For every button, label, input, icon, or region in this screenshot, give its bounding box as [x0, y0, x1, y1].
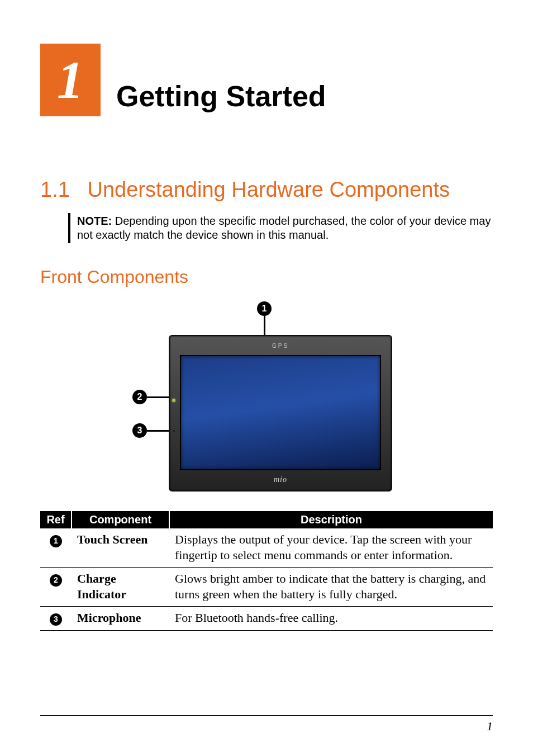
chapter-number-box: 1 [40, 44, 101, 116]
microphone-hole-icon [173, 430, 175, 432]
ref-badge: 2 [50, 574, 62, 587]
component-description: Glows bright amber to indicate that the … [169, 568, 493, 607]
gps-label: GPS [272, 343, 289, 349]
table-row: 3 Microphone For Bluetooth hands-free ca… [40, 607, 493, 631]
ref-badge: 1 [50, 535, 62, 547]
section-title: Understanding Hardware Components [88, 178, 450, 201]
ref-badge: 3 [50, 613, 62, 626]
table-row: 2 Charge Indicator Glows bright amber to… [40, 568, 493, 607]
page-number: 1 [487, 719, 493, 733]
table-row: 1 Touch Screen Displays the output of yo… [40, 528, 493, 568]
device-screen [180, 355, 381, 470]
callout-3-number: 3 [132, 423, 147, 438]
component-description: For Bluetooth hands-free calling. [169, 607, 493, 631]
header-description: Description [169, 511, 493, 528]
callout-1-number: 1 [257, 301, 272, 316]
section-number: 1.1 [40, 178, 70, 201]
component-name: Touch Screen [72, 528, 169, 568]
header-ref: Ref [40, 511, 72, 528]
chapter-number: 1 [57, 53, 84, 107]
charge-led-icon [172, 399, 175, 402]
component-description: Displays the output of your device. Tap … [169, 528, 493, 568]
device-top-bezel: GPS [170, 336, 391, 355]
table-header-row: Ref Component Description [40, 511, 493, 528]
chapter-heading: 1 Getting Started [40, 44, 493, 116]
component-name: Charge Indicator [72, 568, 169, 607]
note-label: NOTE: [77, 215, 112, 227]
chapter-title: Getting Started [116, 79, 326, 116]
section-heading: 1.1 Understanding Hardware Components [40, 178, 493, 202]
page-footer: 1 [40, 715, 493, 734]
header-component: Component [72, 511, 169, 528]
note-block: NOTE: Depending upon the specific model … [68, 213, 493, 243]
components-table: Ref Component Description 1 Touch Screen… [40, 511, 493, 631]
component-name: Microphone [72, 607, 169, 631]
device-bottom-bezel: mio [170, 470, 391, 489]
device-diagram: 1 2 3 GPS mio [116, 301, 417, 492]
sub-heading-front-components: Front Components [40, 267, 493, 287]
device-illustration: GPS mio [169, 335, 392, 492]
note-text: Depending upon the specific model purcha… [77, 215, 491, 241]
callout-2-number: 2 [132, 390, 147, 404]
mio-logo: mio [274, 475, 287, 484]
